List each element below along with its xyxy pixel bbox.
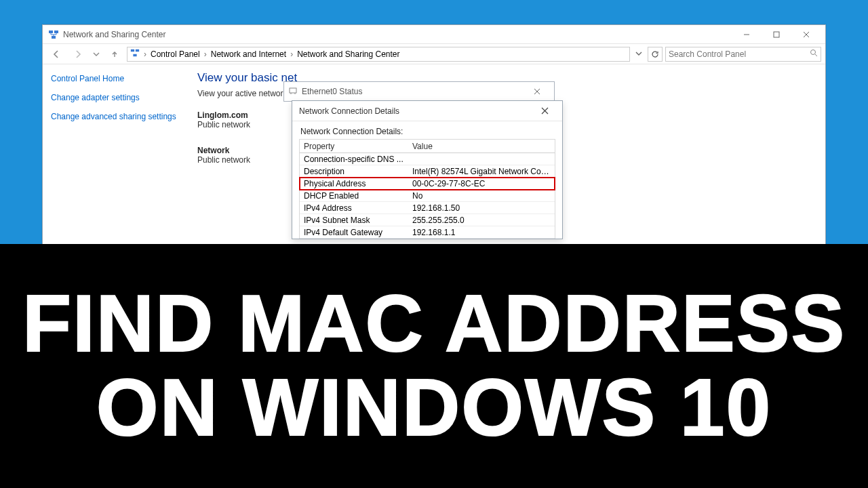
cell-property: IPv4 Default Gateway	[300, 228, 408, 237]
window-title: Ethernet0 Status	[302, 87, 362, 96]
close-button[interactable]	[791, 25, 821, 44]
nav-row: › Control Panel › Network and Internet ›…	[43, 44, 825, 64]
cell-value: No	[408, 191, 555, 201]
table-row[interactable]: DescriptionIntel(R) 82574L Gigabit Netwo…	[300, 165, 555, 178]
nav-up-button[interactable]	[105, 46, 124, 62]
title-banner: Find MAC Address on Windows 10	[0, 244, 868, 488]
cell-value: 00-0C-29-77-8C-EC	[408, 179, 555, 188]
cell-property: IPv4 Address	[300, 203, 408, 213]
network-center-icon	[130, 48, 140, 60]
cell-property: DHCP Enabled	[300, 191, 408, 201]
dialog-title: Network Connection Details	[299, 106, 399, 116]
cell-property: Physical Address	[300, 179, 408, 188]
table-row[interactable]: Connection-specific DNS ...	[300, 153, 555, 165]
breadcrumb-item[interactable]: Network and Internet	[211, 49, 286, 59]
search-icon	[810, 49, 818, 59]
svg-rect-1	[54, 30, 58, 33]
search-input[interactable]	[669, 49, 807, 59]
chevron-right-icon: ›	[204, 49, 207, 59]
cell-value: 255.255.255.0	[408, 216, 555, 225]
table-row[interactable]: IPv4 Default Gateway192.168.1.1	[300, 226, 555, 239]
svg-rect-2	[52, 36, 56, 39]
col-property: Property	[300, 142, 408, 151]
table-row[interactable]: DHCP EnabledNo	[300, 190, 555, 202]
banner-line-2: on Windows 10	[96, 363, 772, 452]
search-box[interactable]	[665, 47, 821, 62]
cell-value: Intel(R) 82574L Gigabit Network Connecti	[408, 167, 555, 176]
close-button[interactable]	[531, 102, 558, 121]
minimize-button[interactable]	[732, 25, 762, 44]
sidebar-item-advanced-sharing[interactable]: Change advanced sharing settings	[51, 112, 177, 121]
dialog-caption: Network Connection Details:	[292, 121, 562, 139]
breadcrumb[interactable]: › Control Panel › Network and Internet ›…	[127, 47, 630, 62]
refresh-button[interactable]	[648, 47, 663, 62]
svg-rect-0	[49, 30, 53, 33]
network-center-icon	[48, 29, 59, 40]
chevron-right-icon: ›	[290, 49, 293, 59]
breadcrumb-item[interactable]: Network and Sharing Center	[297, 49, 399, 59]
table-row[interactable]: IPv4 Address192.168.1.50	[300, 202, 555, 214]
cell-value: 192.168.1.1	[408, 228, 555, 237]
maximize-button[interactable]	[762, 25, 791, 44]
connection-details-dialog: Network Connection Details Network Conne…	[292, 100, 563, 239]
titlebar: Network and Sharing Center	[43, 25, 825, 44]
cell-property: IPv4 Subnet Mask	[300, 216, 408, 225]
cell-property: Description	[300, 167, 408, 176]
svg-rect-5	[131, 49, 134, 52]
chevron-right-icon: ›	[144, 49, 146, 59]
svg-rect-6	[136, 49, 139, 52]
table-row[interactable]: IPv4 Subnet Mask255.255.255.0	[300, 214, 555, 226]
table-row[interactable]: Physical Address00-0C-29-77-8C-EC	[300, 178, 555, 190]
address-dropdown[interactable]	[633, 49, 645, 59]
svg-rect-4	[774, 32, 779, 37]
svg-point-8	[811, 50, 816, 55]
nav-history-dropdown[interactable]	[90, 46, 102, 62]
ethernet-icon	[288, 86, 298, 98]
sidebar-item-adapter-settings[interactable]: Change adapter settings	[51, 93, 177, 102]
table-header: Property Value	[300, 140, 555, 153]
cell-value: 192.168.1.50	[408, 203, 555, 213]
close-button[interactable]	[524, 83, 550, 100]
details-table: Property Value Connection-specific DNS .…	[299, 139, 555, 239]
breadcrumb-item[interactable]: Control Panel	[151, 49, 200, 59]
cell-property: Connection-specific DNS ...	[300, 155, 408, 164]
banner-text: Find MAC Address on Windows 10	[22, 282, 846, 450]
svg-rect-7	[133, 54, 136, 57]
svg-line-9	[815, 54, 817, 56]
ethernet-status-window: Ethernet0 Status	[283, 81, 555, 102]
nav-back-button[interactable]	[47, 46, 66, 62]
svg-rect-10	[290, 88, 296, 93]
col-value: Value	[408, 142, 555, 151]
banner-line-1: Find MAC Address	[22, 279, 846, 368]
window-title: Network and Sharing Center	[63, 30, 165, 39]
nav-forward-button[interactable]	[68, 46, 87, 62]
sidebar-item-home[interactable]: Control Panel Home	[51, 74, 177, 83]
